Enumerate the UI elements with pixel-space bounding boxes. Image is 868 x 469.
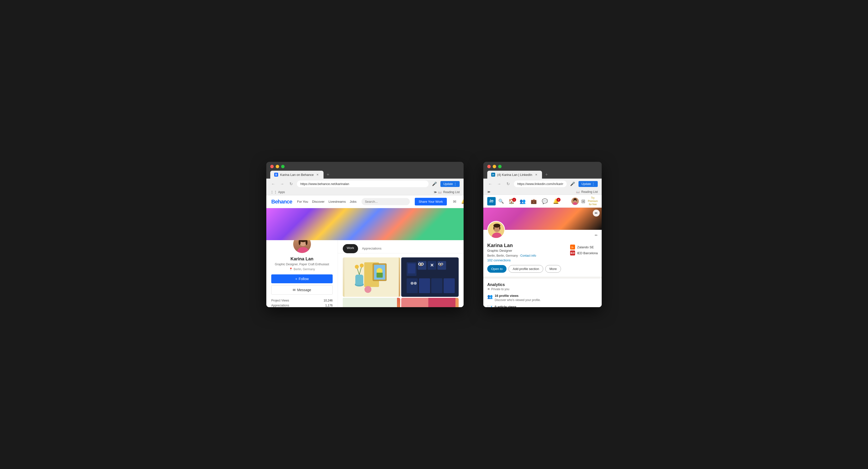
home-badge: 1 bbox=[512, 198, 516, 202]
share-work-button[interactable]: Share Your Work bbox=[415, 198, 447, 205]
behance-main-content: Work Appreciations bbox=[338, 240, 464, 307]
stat-label-appreciations: Appreciations bbox=[271, 304, 289, 307]
company-item-ied[interactable]: IED IED Barcelona bbox=[570, 250, 598, 256]
svg-point-34 bbox=[441, 264, 442, 265]
stat-label-project-views: Project Views bbox=[271, 299, 289, 302]
linkedin-tab-close[interactable]: ✕ bbox=[534, 173, 538, 177]
message-button[interactable]: ✉ Message bbox=[271, 285, 333, 295]
follow-button[interactable]: + Follow bbox=[271, 274, 333, 283]
linkedin-tab-bar: in (4) Karina Lan | LinkedIn ✕ + bbox=[487, 171, 598, 178]
analytics-subtitle: 👁 Private to you bbox=[487, 288, 598, 291]
zalando-logo: ▷ bbox=[570, 244, 575, 249]
linkedin-browser-chrome: in (4) Karina Lan | LinkedIn ✕ + bbox=[483, 162, 602, 178]
forward-button[interactable]: → bbox=[279, 181, 285, 187]
analytics-item-article-views[interactable]: 📊 0 article views Check out who's engagi… bbox=[487, 305, 598, 307]
more-button[interactable]: More bbox=[545, 265, 561, 273]
bell-icon[interactable]: 🔔 bbox=[461, 199, 464, 205]
nav-jobs[interactable]: Jobs bbox=[350, 200, 356, 203]
linkedin-tab[interactable]: in (4) Karina Lan | LinkedIn ✕ bbox=[487, 171, 542, 178]
open-to-button[interactable]: Open to bbox=[487, 265, 506, 273]
linkedin-new-tab-button[interactable]: + bbox=[543, 171, 550, 178]
behance-search-input[interactable] bbox=[362, 198, 410, 205]
behance-sidebar: Karina Lan Graphic Designer, Paper Craft… bbox=[266, 240, 338, 307]
refresh-button[interactable]: ↻ bbox=[288, 181, 294, 187]
work-tabs: Work Appreciations bbox=[338, 244, 464, 254]
portfolio-grid: ✕ bbox=[338, 254, 464, 307]
tab-appreciations[interactable]: Appreciations bbox=[358, 244, 385, 253]
nav-network[interactable]: 👥 bbox=[518, 198, 528, 204]
tab-bar: B Karina Lan on Behance ✕ + bbox=[270, 171, 460, 178]
mic-icon: 🎤 bbox=[432, 181, 437, 187]
linkedin-minimize-button[interactable] bbox=[493, 165, 496, 168]
svg-point-26 bbox=[422, 263, 423, 265]
nav-home[interactable]: 🏠 1 bbox=[506, 198, 517, 204]
nav-notifications[interactable]: 🔔 4 bbox=[551, 198, 561, 204]
behance-page-content: Behance For You Discover Livestreams Job… bbox=[266, 195, 464, 307]
analytics-title: Analytics bbox=[487, 282, 598, 287]
linkedin-profile-name: Karina Lan bbox=[487, 243, 566, 248]
contact-info-link[interactable]: Contact info bbox=[520, 254, 536, 258]
linkedin-traffic-lights bbox=[487, 165, 598, 168]
add-profile-section-button[interactable]: Add profile section bbox=[508, 265, 543, 273]
svg-rect-52 bbox=[401, 298, 428, 307]
svg-point-1 bbox=[297, 247, 309, 253]
stat-row-project-views: Project Views 10,246 bbox=[271, 298, 333, 303]
analytics-item-profile-views[interactable]: 👥 16 profile views Discover who's viewed… bbox=[487, 294, 598, 302]
linkedin-address-bar: ← → ↻ 🎤 Update ⋮ bbox=[483, 178, 602, 189]
update-button[interactable]: Update ⋮ bbox=[440, 181, 460, 187]
linkedin-close-button[interactable] bbox=[487, 165, 491, 168]
linkedin-maximize-button[interactable] bbox=[498, 165, 502, 168]
nav-discover[interactable]: Discover bbox=[312, 200, 325, 203]
back-button[interactable]: ← bbox=[270, 181, 276, 187]
svg-rect-21 bbox=[408, 264, 415, 273]
tab-close-button[interactable]: ✕ bbox=[316, 173, 319, 177]
linkedin-search-icon[interactable]: 🔍 bbox=[498, 198, 504, 204]
bookmarks-left: ⋮⋮ Apps bbox=[270, 190, 285, 194]
ied-name: IED Barcelona bbox=[577, 251, 598, 255]
analytics-article-views-text: 0 article views Check out who's engaging… bbox=[495, 305, 553, 307]
new-tab-button[interactable]: + bbox=[324, 171, 332, 178]
behance-logo[interactable]: Behance bbox=[271, 199, 292, 205]
linkedin-reading-list-button[interactable]: 📖 Reading List bbox=[576, 190, 598, 194]
linkedin-forward-button[interactable]: → bbox=[496, 181, 502, 187]
nav-messaging[interactable]: 💬 bbox=[540, 198, 550, 204]
reading-list-button[interactable]: 📖 Reading List bbox=[438, 191, 460, 194]
linkedin-update-button[interactable]: Update ⋮ bbox=[579, 181, 598, 187]
try-premium-button[interactable]: TryPremiumfor free bbox=[588, 196, 598, 206]
svg-point-70 bbox=[499, 227, 500, 230]
svg-rect-30 bbox=[437, 261, 446, 270]
nav-jobs[interactable]: 💼 bbox=[529, 198, 539, 204]
behance-tab-title: Karina Lan on Behance bbox=[280, 173, 314, 177]
close-button[interactable] bbox=[270, 165, 274, 168]
nav-for-you[interactable]: For You bbox=[297, 200, 308, 203]
edit-profile-button[interactable]: ✏ bbox=[593, 232, 600, 239]
linkedin-user-avatar[interactable] bbox=[571, 198, 579, 205]
portfolio-item-3[interactable]: Laus Bronze'18 bbox=[343, 298, 400, 307]
linkedin-analytics-card: Analytics 👁 Private to you 👥 16 profile … bbox=[483, 278, 602, 307]
mail-icon[interactable]: ✉ bbox=[452, 199, 458, 205]
svg-point-68 bbox=[493, 224, 500, 228]
portfolio-item-1[interactable] bbox=[343, 258, 400, 297]
linkedin-refresh-button[interactable]: ↻ bbox=[505, 181, 511, 187]
profile-stats: Project Views 10,246 Appreciations 1,176… bbox=[271, 298, 333, 307]
bookmarks-bar: ⋮⋮ Apps ≫ 📖 Reading List bbox=[266, 189, 464, 195]
portfolio-item-2[interactable]: ✕ bbox=[401, 258, 459, 297]
apps-grid-icon[interactable]: ⊞ bbox=[581, 198, 585, 204]
linkedin-url-input[interactable] bbox=[514, 180, 567, 187]
jobs-icon: 💼 bbox=[531, 198, 537, 204]
portfolio-item-4[interactable] bbox=[401, 298, 459, 307]
behance-tab[interactable]: B Karina Lan on Behance ✕ bbox=[270, 171, 323, 178]
edit-cover-button[interactable]: ✏ bbox=[593, 210, 600, 216]
maximize-button[interactable] bbox=[281, 165, 285, 168]
minimize-button[interactable] bbox=[276, 165, 279, 168]
linkedin-logo[interactable]: in bbox=[487, 197, 496, 205]
apps-label[interactable]: Apps bbox=[278, 191, 285, 194]
company-item-zalando[interactable]: ▷ Zalando SE bbox=[570, 244, 598, 249]
svg-rect-39 bbox=[444, 278, 455, 293]
nav-livestreams[interactable]: Livestreams bbox=[329, 200, 346, 203]
linkedin-connections[interactable]: 102 connections bbox=[487, 258, 566, 262]
behance-url-input[interactable] bbox=[297, 180, 429, 187]
tab-work[interactable]: Work bbox=[343, 244, 358, 253]
avatar-image bbox=[293, 240, 311, 253]
linkedin-back-button[interactable]: ← bbox=[487, 181, 493, 187]
